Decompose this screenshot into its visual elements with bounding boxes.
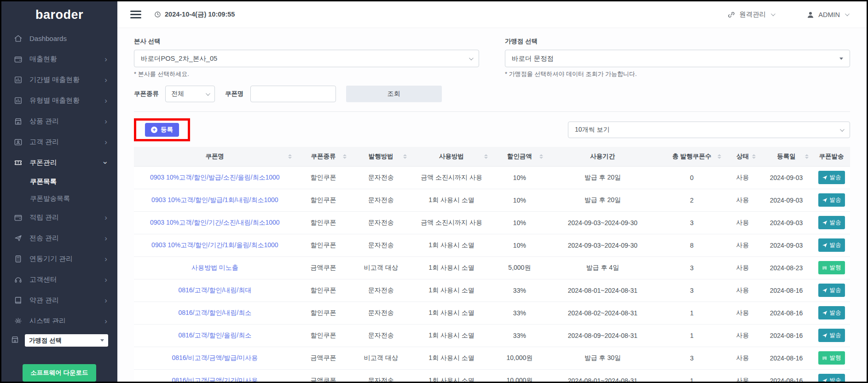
send-coupon-button[interactable]: 발송 xyxy=(818,329,845,342)
book-icon xyxy=(13,296,23,305)
sidebar-item-12[interactable]: 시스템 관리› xyxy=(1,311,117,323)
cell-type: 할인쿠폰 xyxy=(296,302,351,324)
search-button[interactable]: 조회 xyxy=(346,86,442,102)
cell-method: 문자전송 xyxy=(351,369,411,382)
issue-coupon-button[interactable]: 발행 xyxy=(818,351,845,365)
sidebar-item-11[interactable]: 약관 관리› xyxy=(1,290,117,311)
column-header-name[interactable]: 쿠폰명 xyxy=(134,147,296,166)
send-coupon-button[interactable]: 발송 xyxy=(818,193,845,207)
cell-usage: 금액 소진시까지 사용 xyxy=(411,166,492,189)
table-row: 0903 10%고객/할인/기간/소진/내림/최소1000할인쿠폰문자전송금액 … xyxy=(134,211,850,234)
coupon-name-input[interactable] xyxy=(250,86,336,102)
send-coupon-button[interactable]: 발송 xyxy=(818,216,845,229)
send-coupon-button[interactable]: 발송 xyxy=(818,171,845,184)
sidebar-item-0[interactable]: Dashboards xyxy=(1,28,117,49)
software-download-button[interactable]: 소프트웨어 다운로드 xyxy=(23,364,96,382)
coupon-type-select[interactable]: 전체 xyxy=(165,86,215,102)
sidebar-subitem-6-0[interactable]: 쿠폰목록 xyxy=(1,173,117,190)
coupon-name-link[interactable]: 0816/고객/할인/내림/최대 xyxy=(178,286,251,294)
sidebar: baroder Dashboards매출현황›기간별 매출현황›유형별 매출현황… xyxy=(1,1,117,382)
cell-period: 발급 후 4일 xyxy=(547,256,658,279)
chevron-right-icon: › xyxy=(104,255,107,263)
page-size-select[interactable]: 10개씩 보기 xyxy=(568,122,850,138)
send-coupon-button[interactable]: 발송 xyxy=(818,306,845,319)
sidebar-item-label: 상품 관리 xyxy=(29,117,59,126)
sidebar-item-9[interactable]: 연동기기 관리› xyxy=(1,249,117,269)
cell-method: 문자전송 xyxy=(351,189,411,211)
franchise-select[interactable]: 바로더 문정점 xyxy=(505,50,850,67)
hamburger-menu-icon[interactable] xyxy=(130,9,141,21)
issue-coupon-button[interactable]: 발행 xyxy=(818,261,845,274)
head-office-select[interactable]: 바로더POS_2차_본사_05 xyxy=(134,50,479,67)
coupon-name-link[interactable]: 0816/고객/할인/올림/최소 xyxy=(178,331,251,339)
cell-total_issued: 1 xyxy=(658,302,725,324)
coupon-name-link[interactable]: 0816/비고객/금액/기간/미사용 xyxy=(172,377,258,382)
cell-reg_date: 2024-09-03 xyxy=(760,234,813,256)
coupon-name-link[interactable]: 0903 10%고객/할인/발급/1회/내림/최소1000 xyxy=(151,196,278,203)
store-icon xyxy=(13,117,23,126)
cell-type: 금액쿠폰 xyxy=(296,369,351,382)
column-header-method[interactable]: 발행방법 xyxy=(351,147,411,166)
column-header-total_issued[interactable]: 총 발행쿠폰수 xyxy=(658,147,725,166)
chevron-right-icon: › xyxy=(104,317,107,323)
cell-period: 발급 후 20일 xyxy=(547,166,658,189)
register-button[interactable]: + 등록 xyxy=(145,123,179,137)
column-header-discount[interactable]: 할인금액 xyxy=(492,147,547,166)
cell-period: 2024-08-02~2024-08-31 xyxy=(547,302,658,324)
sidebar-item-3[interactable]: 유형별 매출현황› xyxy=(1,90,117,111)
chevron-right-icon: › xyxy=(104,276,107,284)
sidebar-item-7[interactable]: 적립 관리› xyxy=(1,207,117,228)
admin-user-menu[interactable]: ADMIN xyxy=(806,11,848,19)
plus-circle-icon: + xyxy=(151,127,157,133)
column-header-reg_date[interactable]: 등록일 xyxy=(760,147,813,166)
table-row: 0816/고객/할인/내림/최대할인쿠폰문자전송1회 사용시 소멸33%2024… xyxy=(134,279,850,302)
sidebar-item-10[interactable]: 고객센터› xyxy=(1,269,117,290)
paper-plane-icon xyxy=(822,333,827,338)
cell-status: 사용 xyxy=(725,211,760,234)
coupon-name-link[interactable]: 0903 10%고객/할인/기간/1회/올림/최소1000 xyxy=(151,241,278,249)
cell-discount: 10% xyxy=(492,211,547,234)
column-header-status[interactable]: 상태 xyxy=(725,147,760,166)
coupon-name-link[interactable]: 0903 10%고객/할인/발급/소진/올림/최소1000 xyxy=(150,174,280,181)
cell-total_issued: 2 xyxy=(658,189,725,211)
table-row: 0816/비고객/금액/발급/미사용금액쿠폰비고객 대상1회 사용시 소멸10,… xyxy=(134,347,850,369)
send-coupon-button[interactable]: 발송 xyxy=(818,284,845,297)
cell-status: 사용 xyxy=(725,324,760,347)
sort-icon xyxy=(539,154,543,159)
sidebar-item-2[interactable]: 기간별 매출현황› xyxy=(1,70,117,90)
brand-logo: baroder xyxy=(1,1,117,28)
admin-label: ADMIN xyxy=(818,11,840,18)
cell-total_issued: 0 xyxy=(658,166,725,189)
chevron-down-icon xyxy=(206,91,210,96)
remote-control-menu[interactable]: 원격관리 xyxy=(727,10,774,19)
paper-plane-icon xyxy=(822,175,827,180)
sidebar-item-label: 고객 관리 xyxy=(29,138,59,146)
franchise-quick-select[interactable]: 가맹점 선택 xyxy=(25,334,108,347)
send-coupon-button[interactable]: 발송 xyxy=(818,238,845,252)
cell-period: 발급 후 30일 xyxy=(547,347,658,369)
sidebar-item-5[interactable]: 고객 관리› xyxy=(1,132,117,152)
cell-status: 사용 xyxy=(725,279,760,302)
sidebar-subitem-6-1[interactable]: 쿠폰발송목록 xyxy=(1,190,117,207)
column-header-usage[interactable]: 사용방법 xyxy=(411,147,492,166)
cell-usage: 1회 사용시 소멸 xyxy=(411,347,492,369)
coupon-name-link[interactable]: 사용방법 미노출 xyxy=(191,264,238,271)
calculator-icon xyxy=(13,255,23,264)
sort-icon xyxy=(484,154,488,159)
table-row: 0816/고객/할인/올림/최소할인쿠폰문자전송1회 사용시 소멸33%2024… xyxy=(134,324,850,347)
coupon-name-link[interactable]: 0816/비고객/금액/발급/미사용 xyxy=(172,354,258,361)
sidebar-item-4[interactable]: 상품 관리› xyxy=(1,111,117,132)
cell-type: 할인쿠폰 xyxy=(296,166,351,189)
chevron-right-icon: › xyxy=(104,97,107,104)
column-header-type[interactable]: 쿠폰종류 xyxy=(296,147,351,166)
sidebar-item-6[interactable]: 쿠폰관리› xyxy=(1,152,117,173)
section-divider xyxy=(134,111,850,112)
sidebar-item-8[interactable]: 전송 관리› xyxy=(1,228,117,249)
coupon-name-link[interactable]: 0903 10%고객/할인/기간/소진/내림/최소1000 xyxy=(150,219,280,226)
cell-usage: 1회 사용시 소멸 xyxy=(411,279,492,302)
franchise-hint: * 가맹점을 선택하셔야 데이터 조회가 가능합니다. xyxy=(505,70,850,78)
sidebar-item-label: 약관 관리 xyxy=(29,296,59,305)
sidebar-item-1[interactable]: 매출현황› xyxy=(1,49,117,70)
coupon-name-link[interactable]: 0816/고객/할인/내림/최소 xyxy=(178,309,251,316)
send-coupon-button[interactable]: 발송 xyxy=(818,374,845,382)
